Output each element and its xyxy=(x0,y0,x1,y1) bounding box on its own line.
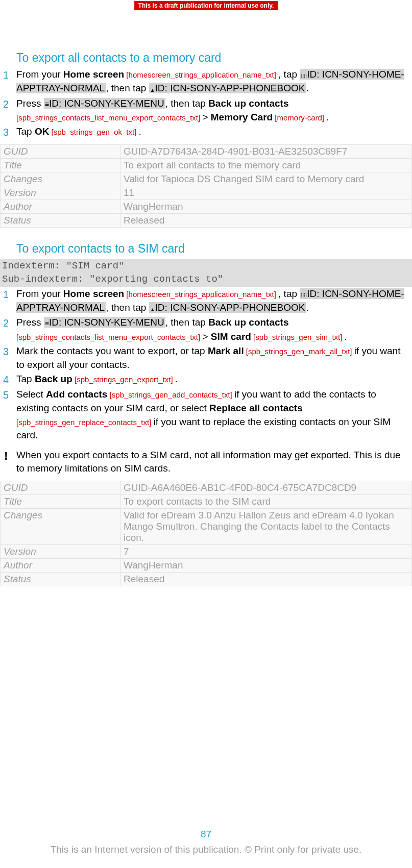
menu-icon xyxy=(45,97,49,111)
text: , then tap xyxy=(106,83,149,93)
text: > xyxy=(202,112,210,122)
meta-label: Changes xyxy=(1,172,120,186)
text: . xyxy=(306,302,308,313)
meta-value: To export all contacts to the memory car… xyxy=(120,159,412,172)
reference-id: [spb_strings_contacts_list_menu_export_c… xyxy=(16,333,202,341)
warning-icon: ! xyxy=(0,449,16,476)
bold-text: Replace all contacts xyxy=(209,403,303,413)
step-4: 4 Tap Back up [spb_strings_gen_export_tx… xyxy=(0,373,407,387)
step-1: 1 From your Home screen [homescreen_stri… xyxy=(0,68,407,96)
meta-value: WangHerman xyxy=(120,558,412,572)
meta-label: GUID xyxy=(1,481,120,494)
step-number: 2 xyxy=(0,316,16,343)
meta-label: Status xyxy=(1,572,120,586)
footer-text: This is an Internet version of this publ… xyxy=(51,844,362,855)
text: , then tap xyxy=(106,302,149,313)
table-row: GUIDGUID-A6A460E6-AB1C-4F0D-80C4-675CA7D… xyxy=(1,481,412,494)
text: Mark the contacts you want to export, or… xyxy=(16,345,208,356)
indexterm-block: Indexterm: "SIM card" Sub-indexterm: "ex… xyxy=(0,259,412,287)
phonebook-icon xyxy=(150,82,155,96)
text: . xyxy=(139,126,141,137)
meta-value: GUID-A6A460E6-AB1C-4F0D-80C4-675CA7DC8CD… xyxy=(120,481,412,494)
reference-id: [homescreen_strings_application_name_txt… xyxy=(124,70,278,79)
step-number: 3 xyxy=(0,344,16,371)
bold-text: OK xyxy=(35,126,50,137)
text: From your xyxy=(16,288,63,299)
table-row: StatusReleased xyxy=(1,572,412,586)
step-3: 3 Tap OK [spb_strings_gen_ok_txt] . xyxy=(0,125,407,139)
step-5: 5 Select Add contacts [spb_strings_gen_a… xyxy=(0,388,407,442)
text: , then tap xyxy=(165,98,209,109)
menu-icon xyxy=(45,316,49,330)
indexterm-line: Sub-indexterm: "exporting contacts to" xyxy=(2,273,410,286)
step-body: Press ID: ICN-SONY-KEY-MENU, then tap Ba… xyxy=(16,97,407,125)
section-heading-1: To export all contacts to a memory card xyxy=(16,51,412,65)
icon-id: ID: ICN-SONY-KEY-MENU xyxy=(49,98,164,109)
meta-label: Title xyxy=(1,159,120,172)
text: From your xyxy=(16,69,63,80)
step-1: 1 From your Home screen [homescreen_stri… xyxy=(0,287,407,315)
text: . xyxy=(345,331,347,342)
table-row: ChangesValid for Tapioca DS Changed SIM … xyxy=(1,172,412,186)
step-2: 2 Press ID: ICN-SONY-KEY-MENU, then tap … xyxy=(0,97,407,125)
text: > xyxy=(202,331,210,342)
meta-label: Version xyxy=(1,544,120,558)
table-row: TitleTo export all contacts to the memor… xyxy=(1,159,412,172)
text: . xyxy=(306,83,308,93)
draft-banner: This is a draft publication for internal… xyxy=(134,1,278,10)
text: Tap xyxy=(16,126,35,137)
meta-value: Released xyxy=(120,572,412,586)
table-row: AuthorWangHerman xyxy=(1,200,412,214)
icon-id: ID: ICN-SONY-KEY-MENU xyxy=(49,317,164,328)
text: . xyxy=(326,112,329,122)
section1-steps: 1 From your Home screen [homescreen_stri… xyxy=(0,68,412,139)
page-body: To export all contacts to a memory card … xyxy=(0,0,412,586)
bold-text: Back up contacts xyxy=(208,317,288,328)
text: Press xyxy=(16,98,44,109)
bold-text: Memory Card xyxy=(211,112,273,122)
meta-value: Valid for Tapioca DS Changed SIM card to… xyxy=(120,172,412,186)
text: Tap xyxy=(16,374,35,384)
step-2: 2 Press ID: ICN-SONY-KEY-MENU, then tap … xyxy=(0,316,407,343)
bold-text: Back up xyxy=(35,374,72,384)
reference-id: [spb_strings_contacts_list_menu_export_c… xyxy=(16,113,202,122)
meta-value: WangHerman xyxy=(120,200,412,214)
bold-text: Home screen xyxy=(63,69,124,80)
meta-label: Title xyxy=(1,494,120,508)
meta-value: 11 xyxy=(120,186,412,200)
bold-text: Add contacts xyxy=(46,389,107,400)
bold-text: Home screen xyxy=(63,288,124,299)
meta-table-1: GUIDGUID-A7D7643A-284D-4901-B031-AE32503… xyxy=(0,144,412,228)
meta-label: Author xyxy=(1,200,120,214)
icon-id: ID: ICN-SONY-APP-PHONEBOOK xyxy=(155,83,305,93)
text: , tap xyxy=(278,288,300,299)
bold-text: Back up contacts xyxy=(208,98,288,109)
text: Press xyxy=(16,317,44,328)
section2-steps: 1 From your Home screen [homescreen_stri… xyxy=(0,287,412,442)
meta-table-2: GUIDGUID-A6A460E6-AB1C-4F0D-80C4-675CA7D… xyxy=(0,481,412,586)
step-body: Tap OK [spb_strings_gen_ok_txt] . xyxy=(16,125,407,139)
reference-id: [spb_strings_gen_add_contacts_txt] xyxy=(107,390,234,399)
meta-label: Author xyxy=(1,558,120,572)
phonebook-icon xyxy=(150,302,155,315)
meta-label: Changes xyxy=(1,508,120,544)
meta-label: Version xyxy=(1,186,120,200)
meta-value: Valid for eDream 3.0 Anzu Hallon Zeus an… xyxy=(120,508,412,544)
meta-value: GUID-A7D7643A-284D-4901-B031-AE32503C69F… xyxy=(120,145,412,159)
text: , tap xyxy=(278,69,300,80)
note-text: When you export contacts to a SIM card, … xyxy=(16,449,407,476)
meta-value: To export contacts to the SIM card xyxy=(120,494,412,508)
icon-highlight: ID: ICN-SONY-KEY-MENU xyxy=(44,98,165,109)
step-number: 4 xyxy=(0,373,16,387)
step-number: 1 xyxy=(0,287,16,315)
table-row: GUIDGUID-A7D7643A-284D-4901-B031-AE32503… xyxy=(1,145,412,159)
step-number: 3 xyxy=(0,125,16,139)
reference-id: [spb_strings_gen_export_txt] xyxy=(72,375,175,384)
reference-id: [homescreen_strings_application_name_txt… xyxy=(124,290,278,299)
bold-text: Mark all xyxy=(208,345,244,356)
icon-id: ID: ICN-SONY-APP-PHONEBOOK xyxy=(155,302,305,313)
bold-text: SIM card xyxy=(211,331,251,342)
step-number: 2 xyxy=(0,97,16,125)
text: , then tap xyxy=(165,317,209,328)
meta-value: Released xyxy=(120,214,412,228)
